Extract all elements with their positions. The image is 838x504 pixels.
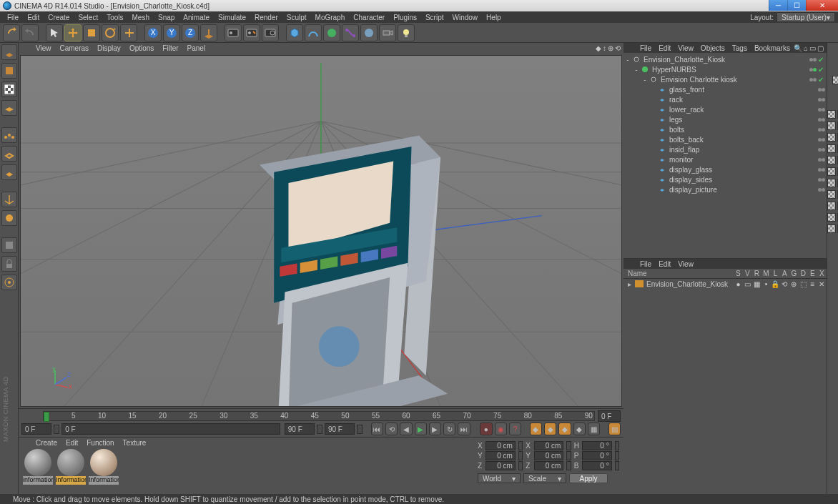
phong-tag-icon[interactable] xyxy=(827,122,836,130)
spinner[interactable] xyxy=(518,451,523,460)
add-camera-button[interactable] xyxy=(379,24,396,41)
workplane-mode-button[interactable] xyxy=(1,100,17,116)
visibility-dot[interactable] xyxy=(822,158,825,162)
mat-menu-edit[interactable]: Edit xyxy=(61,439,82,447)
visibility-dot[interactable] xyxy=(822,148,825,152)
enable-check[interactable]: ✔ xyxy=(818,66,827,74)
spinner[interactable] xyxy=(357,425,363,434)
tree-row[interactable]: bolts_back xyxy=(623,134,827,144)
tree-row[interactable]: legs xyxy=(623,114,827,124)
keyframe-sel-button[interactable]: ? xyxy=(509,423,521,435)
menu-select[interactable]: Select xyxy=(74,14,102,21)
spinner[interactable] xyxy=(615,461,619,470)
expand-toggle[interactable]: - xyxy=(641,76,649,84)
coord-x-field[interactable]: 0 cm xyxy=(485,451,516,460)
edge-mode-button[interactable] xyxy=(1,146,17,162)
visibility-dot[interactable] xyxy=(813,68,817,71)
timeline-pos-field[interactable]: 0 F xyxy=(61,423,280,435)
attr-menu-view[interactable]: View xyxy=(674,260,697,268)
tree-row[interactable]: display_glass xyxy=(623,164,827,174)
tree-row[interactable]: display_sides xyxy=(623,174,827,184)
coord-size-field[interactable]: 0 cm xyxy=(534,451,564,460)
vp-menu-panel[interactable]: Panel xyxy=(183,44,210,52)
menu-tools[interactable]: Tools xyxy=(102,14,127,21)
menu-create[interactable]: Create xyxy=(44,14,74,21)
phong-tag-icon[interactable] xyxy=(827,167,836,176)
key-pla-button[interactable]: ▦ xyxy=(588,423,600,435)
menu-snap[interactable]: Snap xyxy=(154,14,179,21)
prev-frame-button[interactable]: ◀ xyxy=(400,423,412,435)
close-panel-icon[interactable]: ▢ xyxy=(817,44,824,52)
visibility-dot[interactable] xyxy=(813,58,817,61)
layout-select[interactable]: Startup (User)▾ xyxy=(777,12,835,22)
object-tree[interactable]: -Envision_Charlotte_Kiosk✔-HyperNURBS✔-E… xyxy=(623,53,827,196)
axis-y-button[interactable]: Y xyxy=(163,24,180,41)
obj-menu-bookmarks[interactable]: Bookmarks xyxy=(751,44,794,52)
visibility-dot[interactable] xyxy=(822,118,825,122)
redo-button[interactable] xyxy=(21,24,39,41)
menu-edit[interactable]: Edit xyxy=(23,14,44,21)
menu-render[interactable]: Render xyxy=(250,14,282,21)
phong-tag-icon[interactable] xyxy=(827,110,836,119)
play-button[interactable]: ▶ xyxy=(415,423,427,435)
material-thumb[interactable]: Information xyxy=(56,449,86,489)
add-generator-button[interactable] xyxy=(323,24,340,41)
add-deformer-button[interactable] xyxy=(342,24,359,41)
add-cube-button[interactable] xyxy=(286,24,303,41)
layer-row[interactable]: ▸ Envision_Charlotte_Kiosk ● ▭ ▦ • 🔒 ⟲ ⊕… xyxy=(623,279,827,289)
next-frame-button[interactable]: ▶ xyxy=(429,423,441,435)
vp-menu-cameras[interactable]: Cameras xyxy=(56,44,94,52)
lock-button[interactable] xyxy=(1,256,17,272)
soft-select-button[interactable] xyxy=(1,275,17,290)
vp-menu-view[interactable]: View xyxy=(31,44,56,52)
axis-x-button[interactable]: X xyxy=(144,24,162,41)
eye-icon[interactable]: ▭ xyxy=(809,44,816,52)
viewport-solo-button[interactable] xyxy=(1,210,17,226)
mat-menu-function[interactable]: Function xyxy=(82,439,118,447)
vp-nav-icon[interactable]: ⊕ xyxy=(608,44,613,52)
loop-button[interactable]: ⟲ xyxy=(385,423,398,435)
texture-mode-button[interactable] xyxy=(1,81,17,97)
coord-size-field[interactable]: 0 cm xyxy=(534,461,564,470)
timeline-start-field[interactable]: 0 F xyxy=(21,423,51,435)
add-environment-button[interactable] xyxy=(360,24,378,41)
phong-tag-icon[interactable] xyxy=(827,213,836,222)
attr-menu-edit[interactable]: Edit xyxy=(655,260,674,268)
visibility-dot[interactable] xyxy=(822,178,825,182)
obj-menu-objects[interactable]: Objects xyxy=(697,44,729,52)
mat-menu-create[interactable]: Create xyxy=(31,439,61,447)
enable-check[interactable]: ✔ xyxy=(818,56,827,64)
spinner[interactable] xyxy=(518,441,523,450)
spinner[interactable] xyxy=(317,425,322,434)
next-key-button[interactable]: ↻ xyxy=(443,423,455,435)
render-picture-button[interactable] xyxy=(243,24,260,41)
scale-tool-button[interactable] xyxy=(83,24,100,41)
vp-menu-options[interactable]: Options xyxy=(125,44,158,52)
tree-row[interactable]: -HyperNURBS✔ xyxy=(623,64,827,74)
timeline-endframe2-field[interactable]: 90 F xyxy=(325,423,355,435)
tree-row[interactable]: -Envision_Charlotte_Kiosk✔ xyxy=(623,54,827,64)
menu-sculpt[interactable]: Sculpt xyxy=(282,14,311,21)
render-view-button[interactable] xyxy=(225,24,242,41)
vp-menu-display[interactable]: Display xyxy=(93,44,125,52)
coord-world-select[interactable]: World▾ xyxy=(478,473,521,483)
key-rot-button[interactable]: ◆ xyxy=(558,423,571,435)
spinner[interactable] xyxy=(566,451,571,460)
vp-nav-icon[interactable]: ⟲ xyxy=(615,44,621,52)
visibility-dot[interactable] xyxy=(822,128,825,132)
menu-animate[interactable]: Animate xyxy=(179,14,214,21)
coord-size-field[interactable]: 0 cm xyxy=(534,441,564,450)
coord-rot-field[interactable]: 0 ° xyxy=(582,451,612,460)
point-mode-button[interactable] xyxy=(1,127,17,143)
move-tool-button[interactable] xyxy=(64,24,82,41)
key-scale-button[interactable]: ◆ xyxy=(544,423,556,435)
expand-toggle[interactable]: - xyxy=(623,56,632,64)
timeline-playhead[interactable] xyxy=(44,412,49,422)
render-settings-button[interactable] xyxy=(262,24,279,41)
spinner[interactable] xyxy=(615,441,619,450)
axis-z-button[interactable]: Z xyxy=(182,24,199,41)
spinner[interactable] xyxy=(54,425,59,434)
goto-start-button[interactable]: ⏮ xyxy=(371,423,383,435)
visibility-dot[interactable] xyxy=(822,88,825,92)
phong-tag-icon[interactable] xyxy=(827,133,836,142)
